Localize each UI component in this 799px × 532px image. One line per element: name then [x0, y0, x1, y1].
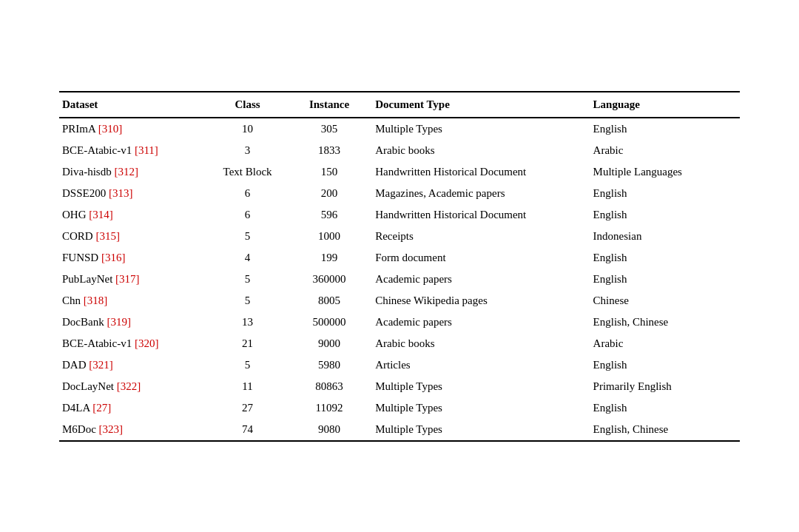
dataset-name: Diva-hisdb	[62, 166, 114, 178]
dataset-ref: [319]	[107, 316, 131, 328]
table-container: Dataset Class Instance Document Type Lan…	[44, 69, 755, 464]
cell-instance: 5980	[291, 354, 372, 376]
cell-class: 5	[209, 354, 290, 376]
table-row: Diva-hisdb [312]Text Block150Handwritten…	[59, 161, 740, 183]
table-row: D4LA [27]2711092Multiple TypesEnglish	[59, 397, 740, 419]
cell-dataset: PRImA [310]	[59, 118, 209, 140]
cell-doctype: Arabic books	[372, 140, 590, 161]
table-row: DSSE200 [313]6200Magazines, Academic pap…	[59, 183, 740, 204]
table-row: DAD [321]55980ArticlesEnglish	[59, 354, 740, 376]
cell-instance: 500000	[291, 312, 372, 333]
cell-class: 4	[209, 247, 290, 269]
dataset-name: BCE-Atabic-v1	[62, 144, 135, 156]
cell-instance: 360000	[291, 269, 372, 290]
cell-instance: 9000	[291, 333, 372, 354]
cell-language: English	[590, 269, 740, 290]
dataset-ref: [316]	[101, 252, 126, 263]
dataset-ref: [321]	[89, 359, 113, 371]
cell-doctype: Academic papers	[372, 312, 590, 333]
dataset-ref: [27]	[92, 402, 111, 414]
cell-language: English	[590, 247, 740, 269]
cell-doctype: Arabic books	[372, 333, 590, 354]
dataset-name: DocLayNet	[62, 380, 117, 392]
cell-language: English	[590, 397, 740, 419]
table-row: Chn [318]58005Chinese Wikipedia pagesChi…	[59, 290, 740, 312]
cell-class: 6	[209, 204, 290, 226]
cell-doctype: Form document	[372, 247, 590, 269]
cell-instance: 305	[291, 118, 372, 140]
cell-dataset: BCE-Atabic-v1 [311]	[59, 140, 209, 161]
cell-doctype: Multiple Types	[372, 419, 590, 441]
cell-doctype: Handwritten Historical Document	[372, 161, 590, 183]
cell-class: 5	[209, 226, 290, 247]
dataset-name: D4LA	[62, 402, 92, 414]
dataset-name: PubLayNet	[62, 273, 115, 285]
dataset-ref: [312]	[114, 166, 138, 178]
header-instance: Instance	[291, 92, 372, 118]
cell-dataset: Chn [318]	[59, 290, 209, 312]
cell-dataset: Diva-hisdb [312]	[59, 161, 209, 183]
cell-doctype: Articles	[372, 354, 590, 376]
dataset-ref: [314]	[89, 209, 113, 220]
dataset-name: OHG	[62, 209, 89, 220]
cell-instance: 11092	[291, 397, 372, 419]
cell-doctype: Chinese Wikipedia pages	[372, 290, 590, 312]
cell-dataset: OHG [314]	[59, 204, 209, 226]
cell-dataset: BCE-Atabic-v1 [320]	[59, 333, 209, 354]
cell-language: Arabic	[590, 140, 740, 161]
table-header-row: Dataset Class Instance Document Type Lan…	[59, 92, 740, 118]
dataset-name: DocBank	[62, 316, 107, 328]
cell-class: 3	[209, 140, 290, 161]
table-row: M6Doc [323]749080Multiple TypesEnglish, …	[59, 419, 740, 441]
cell-doctype: Multiple Types	[372, 118, 590, 140]
cell-language: English	[590, 183, 740, 204]
cell-language: English	[590, 118, 740, 140]
dataset-name: PRImA	[62, 123, 98, 135]
cell-instance: 150	[291, 161, 372, 183]
cell-doctype: Multiple Types	[372, 397, 590, 419]
cell-language: English, Chinese	[590, 419, 740, 441]
cell-dataset: DAD [321]	[59, 354, 209, 376]
cell-language: Indonesian	[590, 226, 740, 247]
cell-dataset: DSSE200 [313]	[59, 183, 209, 204]
dataset-ref: [317]	[115, 273, 140, 285]
cell-dataset: DocLayNet [322]	[59, 376, 209, 397]
dataset-ref: [311]	[135, 144, 158, 156]
dataset-name: CORD	[62, 230, 95, 242]
table-row: DocBank [319]13500000Academic papersEngl…	[59, 312, 740, 333]
cell-instance: 1000	[291, 226, 372, 247]
cell-doctype: Receipts	[372, 226, 590, 247]
dataset-name: DAD	[62, 359, 89, 371]
cell-instance: 199	[291, 247, 372, 269]
table-row: CORD [315]51000ReceiptsIndonesian	[59, 226, 740, 247]
cell-language: English	[590, 204, 740, 226]
cell-language: Primarily English	[590, 376, 740, 397]
header-doctype: Document Type	[372, 92, 590, 118]
cell-doctype: Handwritten Historical Document	[372, 204, 590, 226]
dataset-ref: [310]	[98, 123, 123, 135]
cell-language: Multiple Languages	[590, 161, 740, 183]
cell-dataset: D4LA [27]	[59, 397, 209, 419]
cell-class: 27	[209, 397, 290, 419]
cell-language: Chinese	[590, 290, 740, 312]
cell-instance: 1833	[291, 140, 372, 161]
dataset-ref: [313]	[109, 187, 133, 199]
cell-dataset: DocBank [319]	[59, 312, 209, 333]
dataset-ref: [320]	[135, 337, 159, 349]
cell-dataset: PubLayNet [317]	[59, 269, 209, 290]
table-row: BCE-Atabic-v1 [320]219000Arabic booksAra…	[59, 333, 740, 354]
dataset-ref: [318]	[84, 294, 108, 306]
header-language: Language	[590, 92, 740, 118]
cell-instance: 8005	[291, 290, 372, 312]
cell-dataset: CORD [315]	[59, 226, 209, 247]
dataset-ref: [315]	[95, 230, 120, 242]
cell-instance: 80863	[291, 376, 372, 397]
table-row: OHG [314]6596Handwritten Historical Docu…	[59, 204, 740, 226]
dataset-name: Chn	[62, 294, 84, 306]
cell-class: 5	[209, 269, 290, 290]
dataset-name: FUNSD	[62, 252, 101, 263]
table-row: DocLayNet [322]1180863Multiple TypesPrim…	[59, 376, 740, 397]
cell-class: 6	[209, 183, 290, 204]
cell-class: Text Block	[209, 161, 290, 183]
cell-instance: 596	[291, 204, 372, 226]
